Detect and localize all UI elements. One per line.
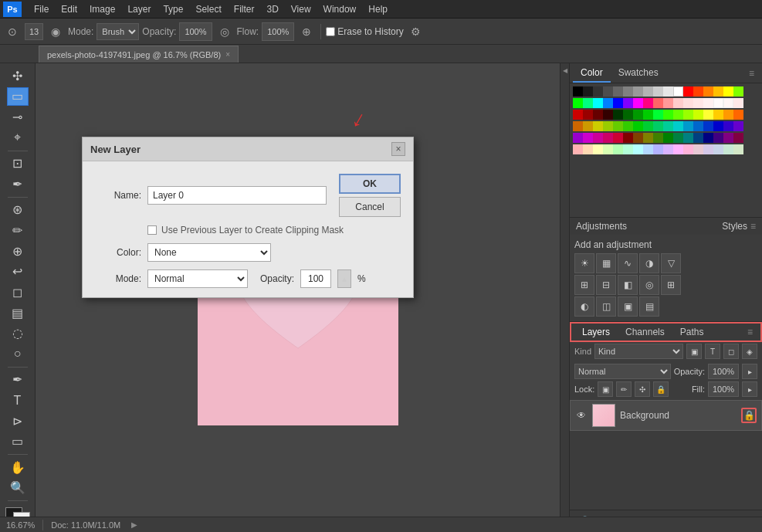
swatch[interactable] [673, 121, 683, 131]
swatch[interactable] [703, 86, 713, 97]
swatch[interactable] [583, 133, 593, 143]
brush-size-icon[interactable]: ◉ [46, 22, 65, 41]
kind-filter-pixel[interactable]: ▣ [686, 344, 702, 359]
swatch[interactable] [733, 133, 743, 143]
swatch[interactable] [713, 121, 723, 131]
swatch[interactable] [723, 144, 733, 154]
tool-gradient[interactable]: ▤ [7, 303, 29, 323]
swatch[interactable] [723, 133, 733, 143]
swatch[interactable] [623, 86, 633, 97]
swatch[interactable] [733, 98, 743, 108]
tool-marquee[interactable]: ▭ [7, 87, 29, 107]
menu-file[interactable]: File [28, 2, 55, 16]
menu-view[interactable]: View [285, 2, 317, 16]
tool-move[interactable]: ✣ [7, 66, 29, 86]
menu-3d[interactable]: 3D [260, 2, 284, 16]
kind-select[interactable]: Kind [594, 344, 683, 359]
swatch[interactable] [663, 98, 673, 108]
opacity-value[interactable]: 100% [708, 364, 739, 379]
swatch[interactable] [673, 133, 683, 143]
swatch[interactable] [673, 144, 683, 154]
settings-icon[interactable]: ⚙ [407, 22, 425, 41]
menu-filter[interactable]: Filter [228, 2, 261, 16]
brightness-contrast-icon[interactable]: ☀ [574, 253, 594, 273]
swatch[interactable] [683, 144, 693, 154]
swatch[interactable] [703, 144, 713, 154]
lock-position[interactable]: ✣ [635, 381, 650, 397]
swatch[interactable] [713, 144, 723, 154]
background-layer-item[interactable]: 👁 Background 🔒 [570, 400, 762, 431]
lock-transparent-pixels[interactable]: ▣ [598, 381, 613, 397]
swatch[interactable] [673, 110, 683, 120]
tab-swatches[interactable]: Swatches [611, 64, 666, 83]
styles-tab[interactable]: Styles [722, 221, 747, 232]
swatch[interactable] [673, 98, 683, 108]
swatch[interactable] [613, 121, 623, 131]
swatch[interactable] [713, 86, 723, 97]
tool-eyedropper[interactable]: ✒ [7, 175, 29, 194]
opacity-input-dialog[interactable] [300, 269, 331, 288]
swatch[interactable] [713, 110, 723, 120]
swatch[interactable] [603, 86, 613, 97]
swatch[interactable] [643, 86, 653, 97]
mode-select[interactable]: Brush [97, 23, 139, 40]
dialog-close-button[interactable]: × [391, 142, 405, 156]
tool-stamp[interactable]: ⊕ [7, 242, 29, 261]
tool-hand[interactable]: ✋ [7, 458, 29, 477]
swatch[interactable] [593, 86, 603, 97]
swatch[interactable] [653, 110, 663, 120]
swatch[interactable] [733, 110, 743, 120]
swatch[interactable] [603, 133, 613, 143]
tool-lasso[interactable]: ⊸ [7, 107, 29, 127]
tool-dodge[interactable]: ○ [7, 344, 29, 364]
swatch[interactable] [633, 86, 643, 97]
swatch[interactable] [633, 144, 643, 154]
adj-menu[interactable]: ≡ [750, 221, 756, 232]
lock-all[interactable]: 🔒 [653, 381, 669, 397]
opacity-value[interactable]: 100% [179, 22, 212, 41]
menu-window[interactable]: Window [317, 2, 363, 16]
swatch[interactable] [573, 133, 583, 143]
tool-quick-select[interactable]: ⌖ [7, 128, 29, 147]
swatch[interactable] [573, 86, 583, 97]
swatch[interactable] [723, 98, 733, 108]
swatch[interactable] [683, 98, 693, 108]
swatch[interactable] [653, 86, 663, 97]
swatch[interactable] [703, 110, 713, 120]
swatch[interactable] [693, 144, 703, 154]
flow-icon[interactable]: ⊕ [297, 22, 316, 41]
menu-image[interactable]: Image [83, 2, 121, 16]
swatch[interactable] [683, 121, 693, 131]
swatch[interactable] [573, 144, 583, 154]
swatch[interactable] [613, 98, 623, 108]
black-white-icon[interactable]: ◧ [618, 275, 638, 295]
erase-history-checkbox[interactable]: Erase to History [326, 26, 403, 37]
swatch[interactable] [633, 133, 643, 143]
color-select[interactable]: None [147, 243, 271, 262]
swatch[interactable] [583, 98, 593, 108]
invert-icon[interactable]: ◐ [574, 296, 594, 317]
menu-edit[interactable]: Edit [55, 2, 83, 16]
swatch[interactable] [623, 98, 633, 108]
fill-arrow[interactable]: ▸ [742, 381, 757, 397]
swatch[interactable] [683, 133, 693, 143]
swatch[interactable] [593, 110, 603, 120]
swatch[interactable] [583, 144, 593, 154]
handle-arrow[interactable]: ◀ [561, 66, 569, 74]
tool-eraser[interactable]: ◻ [7, 283, 29, 302]
tool-zoom[interactable]: 🔍 [7, 479, 29, 498]
tab-paths[interactable]: Paths [672, 324, 712, 341]
curves-icon[interactable]: ∿ [618, 253, 638, 273]
blending-mode-select[interactable]: Normal [574, 364, 671, 379]
swatch[interactable] [603, 121, 613, 131]
swatch[interactable] [613, 144, 623, 154]
swatch[interactable] [683, 110, 693, 120]
swatch[interactable] [653, 144, 663, 154]
swatch[interactable] [603, 144, 613, 154]
swatch[interactable] [573, 110, 583, 120]
layer-name-input[interactable] [147, 186, 327, 205]
tool-shape[interactable]: ▭ [7, 432, 29, 452]
swatch[interactable] [623, 121, 633, 131]
swatch[interactable] [643, 133, 653, 143]
swatch[interactable] [623, 133, 633, 143]
